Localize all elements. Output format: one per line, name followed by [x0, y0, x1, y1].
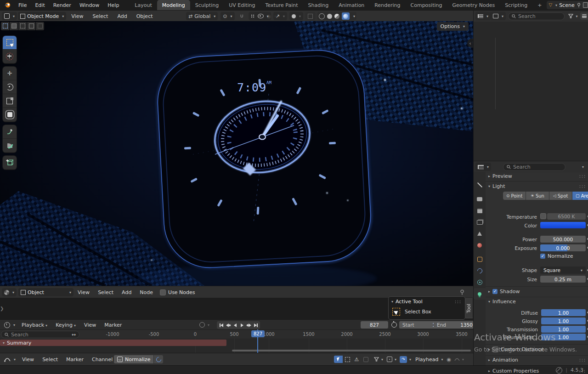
prev-keyframe-button[interactable]	[225, 322, 232, 329]
tab-output[interactable]	[474, 205, 486, 216]
volume-scatter-slider[interactable]: 1.00	[541, 334, 586, 340]
color-swatch[interactable]	[540, 222, 586, 228]
playhead-snap-selector[interactable]: Playhead▾	[415, 357, 443, 363]
blender-logo-icon[interactable]	[4, 2, 11, 8]
light-type-sun[interactable]: ☀Sun	[526, 192, 548, 200]
shading-rendered-icon[interactable]	[342, 12, 350, 20]
menu-channel[interactable]: Channel	[88, 357, 117, 363]
panel-light[interactable]: ▾Light	[488, 183, 586, 189]
editor-type-selector[interactable]: ▾	[2, 288, 17, 296]
channel-search-input[interactable]: Search ↔	[1, 331, 79, 338]
tab-scripting[interactable]: Scripting	[500, 0, 532, 10]
diffuse-slider[interactable]: 1.00	[541, 309, 586, 316]
proportional-editing-icon[interactable]: ◉	[447, 357, 451, 363]
tab-sculpting[interactable]: Sculpting	[190, 0, 224, 10]
falloff-dropdown[interactable]: ▾	[454, 357, 464, 362]
menu-file[interactable]: File	[14, 2, 31, 8]
menu-help[interactable]: Help	[103, 2, 123, 8]
timeline-ruler[interactable]: -1000 -500 0 500 1000 1500 2000 2500 300…	[0, 329, 473, 339]
tool-annotate[interactable]	[3, 125, 17, 139]
temperature-checkbox[interactable]	[540, 213, 546, 219]
panel-preview[interactable]: ▸Preview	[488, 173, 586, 179]
menu-marker[interactable]: Marker	[100, 322, 126, 328]
menu-node[interactable]: Node	[136, 289, 157, 295]
next-keyframe-button[interactable]	[245, 322, 252, 329]
viewport-3d[interactable]: 7:09 AM	[0, 21, 473, 286]
add-workspace-button[interactable]: +	[532, 0, 547, 10]
tool-rotate[interactable]	[3, 80, 17, 94]
display-mode-selector[interactable]: ▾	[475, 12, 491, 20]
temperature-field[interactable]: 6500 K	[547, 213, 586, 220]
auto-keying-toggle[interactable]	[198, 322, 205, 328]
tab-object[interactable]	[474, 254, 486, 265]
select-mode-intersect-button[interactable]	[36, 22, 44, 30]
tab-shading[interactable]: Shading	[303, 0, 334, 10]
editor-type-selector[interactable]: ▾	[2, 356, 18, 364]
gizmos-selector[interactable]: ↗▾	[273, 12, 287, 20]
tab-animation[interactable]: Animation	[334, 0, 369, 10]
normalize-auto-refresh-button[interactable]	[154, 355, 163, 363]
mode-selector[interactable]: Object Mode▾	[18, 12, 66, 20]
menu-render[interactable]: Render	[49, 2, 75, 8]
tab-view-layer[interactable]	[474, 216, 486, 228]
menu-view[interactable]: View	[67, 13, 87, 19]
exposure-slider[interactable]: 0.000	[540, 244, 586, 251]
panel-influence[interactable]: ▾Influence	[488, 299, 516, 305]
tab-layout[interactable]: Layout	[130, 0, 157, 10]
menu-keying[interactable]: Keying▾	[51, 322, 80, 328]
menu-view[interactable]: View	[74, 289, 94, 295]
tab-physics[interactable]	[474, 277, 486, 288]
tab-object-data[interactable]	[474, 288, 486, 300]
select-mode-invert-button[interactable]	[27, 22, 35, 30]
playhead-badge[interactable]: 827	[251, 330, 265, 337]
panel-title[interactable]: Active Tool	[396, 299, 423, 305]
jump-to-end-button[interactable]	[252, 322, 259, 329]
options-button[interactable]: Options▾	[437, 22, 469, 31]
panel-grip[interactable]	[454, 300, 461, 303]
tab-geometry-nodes[interactable]: Geometry Nodes	[447, 0, 500, 10]
menu-add[interactable]: Add	[118, 289, 136, 295]
stopwatch-icon[interactable]	[390, 322, 397, 328]
panel-expand-arrow[interactable]: ❯	[0, 306, 4, 311]
editor-type-selector[interactable]: ▾	[2, 12, 17, 20]
tool-measure[interactable]	[3, 139, 17, 153]
light-type-area[interactable]: ▢Area	[572, 192, 588, 200]
normalize-toggle[interactable]: Normalize	[114, 355, 153, 363]
glossy-slider[interactable]: 1.00	[541, 317, 586, 324]
scene-selector[interactable]: ▽▾ Scene ×	[547, 1, 588, 9]
warning-filter-icon[interactable]: ⚠	[352, 356, 361, 363]
tool-move[interactable]: ✛	[3, 67, 17, 80]
normalize-checkbox-row[interactable]: ✓Normalize	[540, 253, 573, 259]
show-visibility-selector[interactable]: ▾	[255, 12, 271, 20]
properties-search-input[interactable]: Search	[503, 163, 565, 171]
outliner-search-input[interactable]: Search	[508, 12, 565, 20]
menu-marker[interactable]: Marker	[62, 357, 88, 363]
menu-window[interactable]: Window	[75, 2, 103, 8]
editor-type-selector[interactable]: ▾	[475, 163, 491, 171]
pin-icon[interactable]	[459, 289, 465, 295]
filter-funnel-dropdown[interactable]: ▾	[374, 357, 383, 362]
current-frame-field[interactable]: 827	[361, 321, 388, 329]
snap-toggle-icon[interactable]: ∩	[237, 12, 246, 20]
active-tool-entry[interactable]: Select Box	[392, 308, 431, 316]
transform-orientation-selector[interactable]: ⇄Global▾	[186, 12, 218, 20]
tab-scene[interactable]	[474, 228, 486, 239]
cursor-select-icon[interactable]	[334, 356, 343, 363]
play-reverse-button[interactable]	[232, 322, 238, 329]
menu-select[interactable]: Select	[38, 357, 62, 363]
frame-start-field[interactable]: Start1	[399, 321, 439, 329]
frame-end-field[interactable]: End1350	[434, 321, 476, 329]
outliner-filter-dropdown[interactable]: ▾	[568, 14, 577, 18]
panel-custom-distance[interactable]: ▸Custom Distance	[488, 346, 544, 352]
menu-view[interactable]: View	[80, 322, 100, 328]
auto-keying-dropdown[interactable]: ▾	[208, 323, 209, 327]
summary-channel[interactable]: ▾Summary	[0, 340, 226, 346]
snap-dropdown[interactable]: ↷▾	[400, 356, 411, 363]
tab-tool[interactable]	[474, 179, 486, 191]
menu-edit[interactable]: Edit	[31, 2, 49, 8]
select-mode-extend-button[interactable]	[10, 22, 18, 30]
tab-modeling[interactable]: Modeling	[157, 0, 190, 10]
light-type-point[interactable]: ⊙Point	[503, 192, 526, 200]
tool-add-cube[interactable]	[3, 156, 17, 170]
light-type-spot[interactable]: ◁Spot	[549, 192, 572, 200]
